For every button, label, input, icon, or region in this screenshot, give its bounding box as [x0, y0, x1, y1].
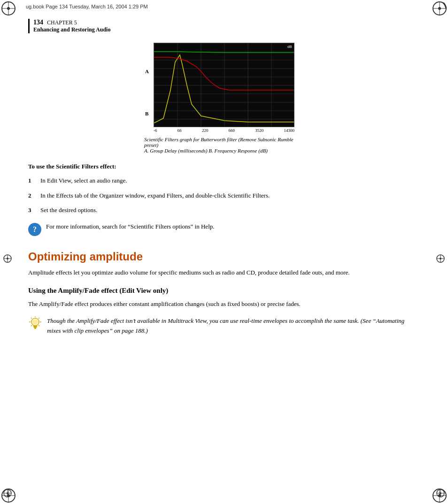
step-3: 3 Set the desired options.	[28, 206, 420, 215]
svg-line-52	[31, 325, 32, 326]
svg-rect-54	[34, 327, 37, 328]
mid-crosshair-right	[435, 253, 446, 266]
bottom-crosshair-right	[435, 488, 446, 500]
note-box: ? For more information, search for “Scie…	[28, 222, 420, 236]
help-icon: ?	[28, 223, 41, 236]
chapter-info: 134CHAPTER 5	[33, 19, 110, 26]
svg-rect-53	[33, 326, 37, 327]
step-number-1: 1	[28, 176, 38, 185]
step-2: 2 In the Effects tab of the Organizer wi…	[28, 191, 420, 200]
graph-caption: Scientific Filters graph for Butterworth…	[144, 137, 304, 153]
svg-line-47	[39, 318, 39, 319]
label-b: B	[145, 111, 148, 116]
chapter-label: CHAPTER 5	[47, 19, 77, 26]
graph-canvas: dB 0 -4 -8 -12 -16 -20 -26 -32 -42	[154, 43, 294, 127]
subsection-heading: Using the Amplify/Fade effect (Edit View…	[28, 287, 420, 295]
caption-line1: Scientific Filters graph for Butterworth…	[144, 137, 304, 148]
chapter-title: Enhancing and Restoring Audio	[33, 26, 110, 33]
figure-container: A B	[144, 43, 304, 153]
label-a: A	[145, 69, 149, 74]
tip-box: Though the Amplify/Fade effect isn’t ava…	[28, 316, 420, 336]
svg-text:dB: dB	[287, 45, 292, 49]
graph-wrapper: A B	[154, 43, 304, 133]
svg-rect-55	[34, 328, 36, 329]
svg-line-50	[31, 318, 32, 319]
svg-line-49	[39, 325, 39, 326]
note-text: For more information, search for “Scient…	[46, 222, 215, 231]
corner-decoration-tr	[425, 0, 448, 23]
tip-icon	[28, 316, 42, 330]
section-heading: Optimizing amplitude	[28, 250, 420, 263]
page-header: 134CHAPTER 5 Enhancing and Restoring Aud…	[28, 19, 420, 33]
page-content: 134CHAPTER 5 Enhancing and Restoring Aud…	[28, 14, 420, 336]
filename-label: ug.book Page 134 Tuesday, March 16, 2004…	[26, 4, 148, 9]
step-text-3: Set the desired options.	[40, 206, 97, 215]
step-number-2: 2	[28, 191, 38, 200]
top-bar: ug.book Page 134 Tuesday, March 16, 2004…	[26, 4, 422, 9]
section-intro: Amplitude effects let you optimize audio…	[28, 268, 420, 278]
mid-crosshair-left	[2, 253, 13, 266]
corner-decoration-tl	[0, 0, 23, 23]
step-1: 1 In Edit View, select an audio range.	[28, 176, 420, 185]
caption-line2: A. Group Delay (milliseconds) B. Frequen…	[144, 148, 304, 153]
svg-point-45	[32, 319, 38, 325]
tip-text: Though the Amplify/Fade effect isn’t ava…	[47, 316, 420, 336]
page-number: 134	[33, 19, 43, 26]
bottom-crosshair-left	[2, 488, 13, 500]
step-text-2: In the Effects tab of the Organizer wind…	[40, 191, 270, 200]
x-axis-labels: -6 66 220 660 3520 14300	[154, 128, 294, 133]
subsection-body: The Amplify/Fade effect produces either …	[28, 299, 420, 309]
step-text-1: In Edit View, select an audio range.	[40, 176, 127, 185]
step-number-3: 3	[28, 206, 38, 215]
instruction-header: To use the Scientific Filters effect:	[28, 163, 420, 170]
